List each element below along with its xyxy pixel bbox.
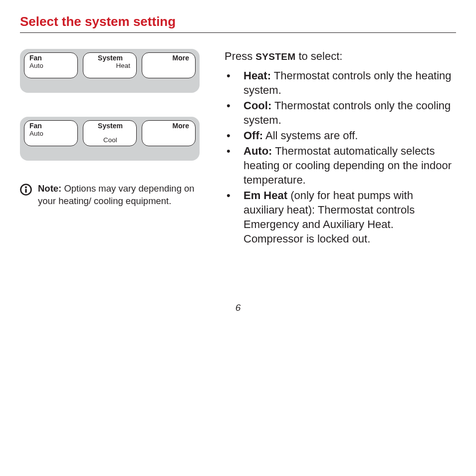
heading-rule [20,32,456,33]
fan-button-value: Auto [29,130,73,138]
item-text: Thermostat automatically selects heating… [243,145,452,186]
mode-list: Heat: Thermostat controls only the heati… [225,68,456,246]
fan-button[interactable]: Fan Auto [24,120,78,146]
button-row: Fan Auto System Cool More [24,120,196,146]
system-button-value: Cool [103,137,117,144]
fan-button[interactable]: Fan Auto [24,52,78,78]
list-item: Auto: Thermostat automatically selects h… [225,144,456,187]
more-button[interactable]: More [142,120,196,146]
item-label: Heat: [243,69,271,82]
thermostat-panel-cool: Fan Auto System Cool More [20,117,200,161]
list-item: Cool: Thermostat controls only the cooli… [225,98,456,127]
note-label: Note: [38,183,61,194]
list-item: Em Heat (only for heat pumps with auxili… [225,188,456,246]
right-column: Press SYSTEM to select: Heat: Thermostat… [225,49,456,247]
system-button[interactable]: System Cool [83,120,137,146]
intro-post: to select: [295,50,342,62]
intro-line: Press SYSTEM to select: [225,49,456,63]
page-number: 6 [0,302,476,313]
page-heading: Select the system setting [20,14,456,29]
item-text: Thermostat controls only the heating sys… [243,69,452,96]
item-label: Auto: [243,145,272,157]
system-button-label: System [98,122,123,130]
info-icon [20,184,32,196]
svg-point-1 [25,186,27,188]
note-text: Note: Options may vary depending on your… [38,183,200,208]
intro-pre: Press [225,50,255,62]
system-button-value: Heat [116,62,132,70]
list-item: Heat: Thermostat controls only the heati… [225,68,456,97]
item-label: Off: [243,129,263,142]
fan-button-label: Fan [29,122,73,130]
system-button[interactable]: System Heat [83,52,137,78]
thermostat-panel-heat: Fan Auto System Heat More [20,49,200,93]
item-text: All systems are off. [263,129,358,142]
item-label: Cool: [243,99,271,112]
svg-rect-2 [25,189,26,193]
fan-button-label: Fan [29,54,73,62]
system-keyword: SYSTEM [255,51,295,62]
more-button-label: More [173,54,191,62]
system-button-label: System [98,54,123,62]
two-column-layout: Fan Auto System Heat More Fan Auto [20,49,456,247]
more-button[interactable]: More [142,52,196,78]
button-row: Fan Auto System Heat More [24,52,196,78]
left-column: Fan Auto System Heat More Fan Auto [20,49,200,247]
item-text: Thermostat controls only the cooling sys… [243,99,451,126]
list-item: Off: All systems are off. [225,128,456,143]
more-button-label: More [173,122,191,130]
note-body: Options may vary depending on your heati… [38,183,195,206]
fan-button-value: Auto [29,62,73,70]
note-block: Note: Options may vary depending on your… [20,183,200,208]
item-label: Em Heat [243,189,287,202]
